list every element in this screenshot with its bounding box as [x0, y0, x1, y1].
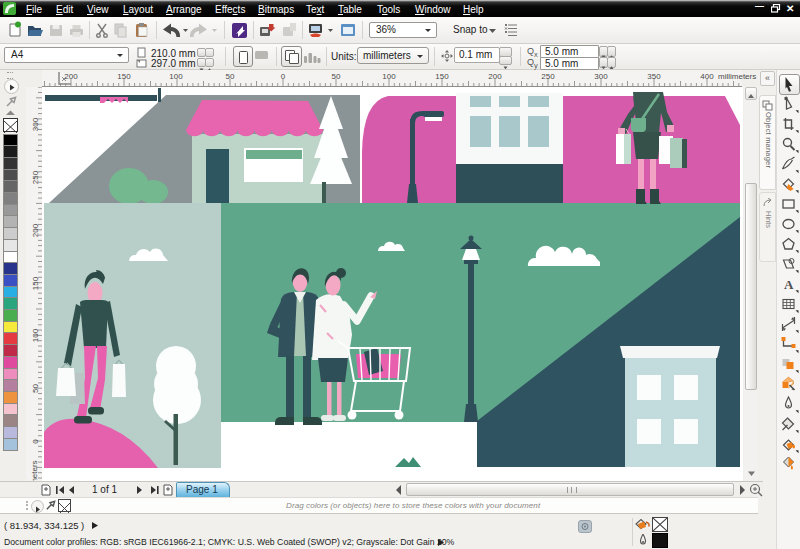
svg-text:A: A	[784, 277, 794, 292]
